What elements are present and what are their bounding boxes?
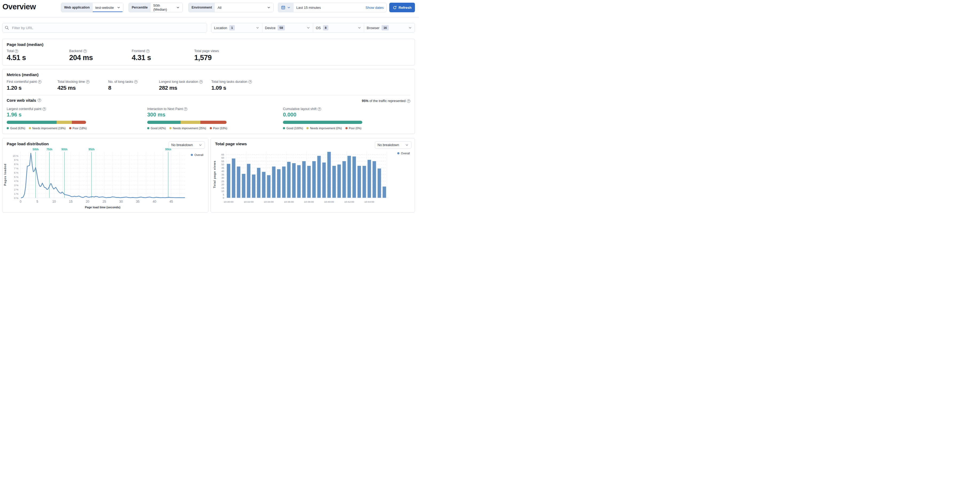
svg-text:10:42:00: 10:42:00 [344,200,354,203]
breakdown-select[interactable]: No breakdown [375,141,412,149]
stat-value: 1.20 s [7,85,41,91]
svg-text:5 %: 5 % [14,175,19,178]
svg-text:4 %: 4 % [14,180,19,182]
vital-lcp: Largest contentful paint? 1.96 s Good (6… [7,107,86,130]
svg-text:50: 50 [221,163,224,166]
total-page-views-chart[interactable]: 0510152025303540455055606510:30:0010:32:… [211,138,415,213]
chevron-down-icon [176,6,180,10]
breakdown-select[interactable]: No breakdown [169,141,205,149]
percentile-value: 50th (Median) [153,3,175,11]
traffic-represented-note: 95% of the traffic represented ? [362,99,410,103]
svg-text:2 %: 2 % [14,188,19,191]
environment-value: All [218,6,265,10]
vital-value: 0.000 [283,111,362,118]
svg-text:40: 40 [153,200,157,204]
help-icon[interactable]: ? [86,80,89,84]
url-filter-input[interactable] [2,23,207,33]
chevron-down-icon [199,143,202,147]
divider [7,95,410,95]
help-icon[interactable]: ? [184,107,187,111]
core-web-vital-bar [283,121,362,124]
chevron-down-icon [256,26,259,30]
help-icon[interactable]: ? [43,107,46,111]
percentile-select[interactable]: Percentile 50th (Median) [129,3,183,12]
svg-text:3 %: 3 % [14,184,19,187]
date-picker[interactable]: Last 15 minutes Show dates [278,3,387,12]
legend-needs-improvement: Needs improvement (0%) [307,127,342,130]
svg-text:20: 20 [86,200,89,204]
stat-long-tasks: No. of long tasks? 8 [108,80,138,91]
filter-location[interactable]: Location 1 [212,23,262,32]
help-icon[interactable]: ? [407,99,410,103]
show-dates-link[interactable]: Show dates [366,6,383,10]
svg-text:45: 45 [221,166,224,169]
time-range-value[interactable]: Last 15 minutes [296,6,364,10]
svg-text:25: 25 [221,180,224,183]
help-icon[interactable]: ? [38,80,41,84]
stat-value: 4.31 s [132,54,151,62]
svg-text:15: 15 [221,186,224,189]
count-badge: 1 [229,25,235,30]
stat-tbt: Total blocking time? 425 ms [57,80,89,91]
svg-text:7 %: 7 % [14,167,19,170]
vital-inp: Interaction to Next Paint? 300 ms Good (… [147,107,227,130]
legend-poor: Poor (18%) [69,127,87,130]
legend-good: Good (100%) [283,127,303,130]
panel-title: Page load distribution [7,142,49,146]
svg-text:35: 35 [136,200,140,204]
header-bar: Overview Web application test-website Pe… [0,0,419,17]
help-icon[interactable]: ? [38,99,41,102]
help-icon[interactable]: ? [248,80,252,84]
help-icon[interactable]: ? [15,49,18,53]
help-icon[interactable]: ? [318,107,321,111]
filter-dropdown-group: Location 1 Device 58 OS 8 Browser 16 [211,23,415,33]
core-web-vitals-title: Core web vitals? [7,98,41,103]
stat-total-page-views: Total page views 1,579 [194,49,219,62]
svg-text:15: 15 [69,200,73,204]
svg-text:40: 40 [221,170,224,173]
focus-underline [93,11,123,12]
help-icon[interactable]: ? [134,80,138,84]
help-icon[interactable]: ? [199,80,203,84]
svg-text:8 %: 8 % [14,163,19,165]
svg-text:10 %: 10 % [13,154,18,157]
legend-overall[interactable]: Overall [397,152,410,155]
filter-label: Browser [367,26,380,30]
web-application-select[interactable]: Web application test-website [61,3,123,12]
refresh-icon [393,6,397,10]
chevron-down-icon [405,143,409,147]
refresh-label: Refresh [399,6,412,10]
stat-total-tasks-duration: Total long tasks duration? 1.09 s [212,80,252,91]
chevron-down-icon [267,6,270,10]
count-badge: 58 [278,25,285,30]
help-icon[interactable]: ? [146,49,150,53]
date-quick-select-button[interactable] [278,3,294,12]
svg-text:10: 10 [52,200,56,204]
page-load-distribution-chart[interactable]: 0 %1 %2 %3 %4 %5 %6 %7 %8 %9 %10 %051015… [2,138,208,213]
chevron-down-icon [307,26,310,30]
svg-text:90th: 90th [62,148,68,151]
svg-text:0: 0 [20,200,22,204]
filter-device[interactable]: Device 58 [262,23,313,32]
environment-select[interactable]: Environment All [188,3,274,12]
stat-value: 204 ms [69,54,93,62]
filter-os[interactable]: OS 8 [313,23,364,32]
svg-text:1 %: 1 % [14,192,19,195]
refresh-button[interactable]: Refresh [389,3,415,12]
svg-text:0 %: 0 % [14,197,19,199]
legend-overall[interactable]: Overall [191,153,203,156]
svg-text:35: 35 [221,173,224,176]
svg-text:9 %: 9 % [14,158,19,161]
stat-value: 1.09 s [212,85,252,91]
page-load-distribution-panel: 0 %1 %2 %3 %4 %5 %6 %7 %8 %9 %10 %051015… [2,138,208,213]
filter-label: Device [265,26,276,30]
help-icon[interactable]: ? [83,49,87,53]
svg-text:30: 30 [221,176,224,179]
svg-text:10:36:00: 10:36:00 [284,200,294,203]
svg-text:Pages loaded: Pages loaded [3,164,7,186]
chevron-down-icon [408,26,412,30]
panel-title: Page load (median) [7,42,43,47]
panel-title: Metrics (median) [7,72,38,77]
page-load-panel: Page load (median) Total? 4.51 s Backend… [2,39,415,65]
filter-browser[interactable]: Browser 16 [364,23,415,32]
